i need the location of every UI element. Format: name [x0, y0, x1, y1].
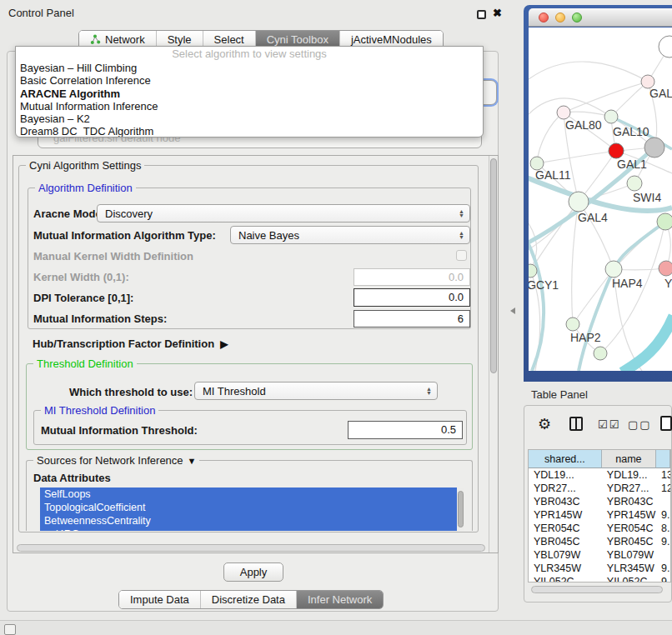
columns-icon[interactable]: [569, 417, 583, 431]
table-row[interactable]: YBL079WYBL079W: [529, 548, 670, 562]
cell: YDL19...: [529, 468, 602, 482]
cyni-algorithm-settings-title: Cyni Algorithm Settings: [26, 159, 144, 172]
dropdown-item[interactable]: Bayesian – Hill Climbing: [16, 62, 483, 74]
cell: [656, 548, 670, 562]
mi-type-combo[interactable]: Naive Bayes: [230, 226, 470, 244]
algorithm-dropdown-popup: Select algorithm to view settings Bayesi…: [15, 46, 484, 138]
mi-threshold-group-title: MI Threshold Definition: [41, 404, 158, 417]
minimize-traffic-light-icon[interactable]: [555, 12, 565, 22]
node-gal10[interactable]: [604, 110, 618, 123]
table-row[interactable]: YER054CYER054C8.: [529, 522, 670, 535]
node-pink[interactable]: [659, 261, 672, 276]
table-row[interactable]: YLR345WYLR345W9.: [529, 562, 670, 575]
node-gal80[interactable]: [557, 106, 570, 119]
tab-infer-network-label: Infer Network: [308, 593, 372, 606]
node[interactable]: [657, 213, 672, 230]
dropdown-item[interactable]: Mutual Information Inference: [16, 100, 483, 112]
cyni-algorithm-settings-group: Cyni Algorithm Settings Algorithm Defini…: [18, 165, 479, 532]
zoom-traffic-light-icon[interactable]: [572, 12, 582, 22]
node-gal1[interactable]: [609, 143, 624, 158]
node[interactable]: [594, 347, 607, 360]
attributes-list-scrollbar[interactable]: [457, 488, 464, 531]
aracne-mode-combo[interactable]: Discovery: [97, 204, 470, 222]
control-panel-title: Control Panel: [8, 7, 74, 19]
dropdown-item[interactable]: Basic Correlation Inference: [16, 74, 483, 87]
close-traffic-light-icon[interactable]: [539, 12, 549, 22]
sources-group: Sources for Network Inference Data Attri…: [26, 460, 473, 531]
cell: 12: [656, 482, 670, 495]
table-row[interactable]: YPR145WYPR145W9.: [529, 508, 670, 522]
node-swi4[interactable]: [627, 176, 642, 191]
cyni-bottom-tab-strip: Impute Data Discretize Data Infer Networ…: [118, 590, 384, 609]
data-attributes-list: SelfLoops TopologicalCoefficient Between…: [40, 488, 464, 531]
mi-steps-field[interactable]: 6: [354, 310, 470, 328]
deselect-all-icon[interactable]: [628, 418, 652, 431]
table-row[interactable]: YIL052CYIL052C9: [529, 575, 670, 582]
sources-title-label: Sources for Network Inference: [37, 454, 183, 467]
network-canvas[interactable]: GAL7 GAL80 GAL10 GAL1 GAL11 SWI4 GAL4 GC…: [529, 28, 672, 371]
table-panel: shared... name YDL19...YDL19...13 YDR27.…: [524, 405, 672, 602]
column-header-partial[interactable]: [656, 450, 670, 468]
network-window-titlebar[interactable]: [529, 8, 672, 27]
list-item[interactable]: TopologicalCoefficient: [40, 501, 464, 514]
tab-infer-network[interactable]: Infer Network: [296, 591, 383, 608]
table-row[interactable]: YBR045CYBR045C9.: [529, 535, 670, 548]
node-gal4[interactable]: [569, 192, 589, 212]
apply-button[interactable]: Apply: [223, 562, 283, 582]
tab-impute-data[interactable]: Impute Data: [119, 591, 200, 608]
screen: Control Panel Network Style Select Cyni …: [0, 0, 672, 635]
table-panel-title: Table Panel: [531, 388, 588, 401]
kernel-width-label: Kernel Width (0,1):: [33, 271, 129, 283]
table-row[interactable]: YDL19...YDL19...13: [529, 468, 670, 482]
collapsed-panel-icon[interactable]: [4, 624, 16, 635]
which-threshold-label: Which threshold to use:: [69, 386, 193, 398]
dropdown-item[interactable]: Dream8 DC_TDC Algorithm: [16, 125, 483, 138]
expand-right-icon: [220, 338, 228, 350]
mi-threshold-group: MI Threshold Definition Mutual Informati…: [33, 410, 467, 445]
which-threshold-combo[interactable]: MI Threshold: [194, 382, 438, 400]
combo-arrows-icon: [459, 231, 464, 239]
select-all-checked-icon[interactable]: [598, 418, 620, 431]
tab-jactivemnodules-label: jActiveMNodules: [351, 33, 432, 46]
node-label: SWI4: [633, 191, 661, 204]
list-item[interactable]: BetweennessCentrality: [40, 514, 464, 528]
cell: YPR145W: [529, 508, 602, 522]
table-row[interactable]: YDR27...YDR27...12: [529, 482, 670, 495]
dropdown-placeholder: Select algorithm to view settings: [16, 47, 483, 62]
list-item[interactable]: SelfLoops: [40, 488, 464, 501]
cell: 9.: [656, 562, 670, 575]
table-horizontal-scrollbar[interactable]: [531, 586, 663, 593]
settings-horizontal-scrollbar[interactable]: [17, 544, 485, 552]
dropdown-item-selected[interactable]: ARACNE Algorithm: [16, 88, 483, 100]
node[interactable]: [659, 36, 672, 58]
tab-discretize-data[interactable]: Discretize Data: [200, 591, 296, 608]
table-row[interactable]: YBR043CYBR043C: [529, 495, 670, 508]
column-header-shared-name[interactable]: shared...: [529, 450, 602, 468]
settings-vertical-scrollbar[interactable]: [489, 156, 498, 552]
cell: 8.: [656, 522, 670, 535]
sources-title[interactable]: Sources for Network Inference: [33, 454, 199, 467]
list-item[interactable]: gal4RGexp: [40, 528, 464, 531]
node-label: GAL1: [617, 158, 647, 171]
close-icon[interactable]: [493, 7, 502, 19]
hub-definition-toggle[interactable]: Hub/Transcription Factor Definition: [33, 338, 228, 350]
tab-network-label: Network: [105, 33, 145, 46]
dropdown-item[interactable]: Bayesian – K2: [16, 112, 483, 125]
node-hap2[interactable]: [566, 318, 579, 331]
tab-impute-data-label: Impute Data: [130, 593, 189, 606]
node-label: GAL11: [535, 168, 571, 182]
node-gray[interactable]: [644, 138, 664, 158]
collapse-down-icon: [188, 456, 197, 466]
float-window-icon[interactable]: [477, 10, 486, 19]
mi-type-label: Mutual Information Algorithm Type:: [33, 229, 216, 242]
panel-splitter-handle[interactable]: [510, 308, 515, 314]
gear-icon[interactable]: [538, 415, 551, 433]
node-hap4[interactable]: [605, 261, 622, 278]
file-icon[interactable]: [660, 416, 672, 431]
algorithm-definition-group: Algorithm Definition Aracne Mode: Discov…: [28, 188, 471, 329]
dpi-tolerance-field[interactable]: 0.0: [354, 288, 470, 307]
column-header-name[interactable]: name: [602, 450, 656, 468]
cell: YPR145W: [602, 508, 656, 522]
mi-threshold-field[interactable]: 0.5: [348, 421, 463, 439]
combo-arrows-icon: [459, 209, 464, 218]
